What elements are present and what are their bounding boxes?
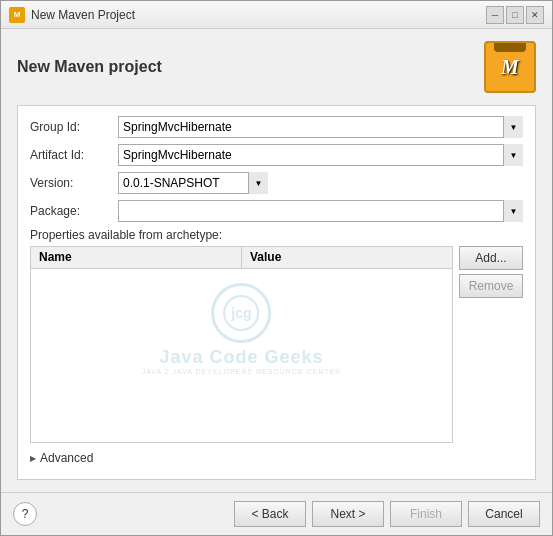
page-title-row: New Maven project M <box>17 41 536 93</box>
advanced-label: Advanced <box>40 451 93 465</box>
package-input[interactable] <box>118 200 523 222</box>
page-heading: New Maven project <box>17 58 162 76</box>
minimize-button[interactable]: ─ <box>486 6 504 24</box>
version-input[interactable] <box>118 172 268 194</box>
help-button[interactable]: ? <box>13 502 37 526</box>
advanced-section[interactable]: ▶ Advanced <box>30 443 523 469</box>
group-id-row: Group Id: ▼ <box>30 116 523 138</box>
group-id-input-wrapper: ▼ <box>118 116 523 138</box>
table-body: jcg Java Code Geeks Java 2 Java Develope… <box>31 269 452 389</box>
bottom-right: < Back Next > Finish Cancel <box>234 501 540 527</box>
version-row: Version: ▼ <box>30 172 523 194</box>
bottom-left: ? <box>13 502 37 526</box>
artifact-id-dropdown-arrow[interactable]: ▼ <box>503 144 523 166</box>
watermark: jcg Java Code Geeks Java 2 Java Develope… <box>142 283 342 375</box>
group-id-dropdown-arrow[interactable]: ▼ <box>503 116 523 138</box>
table-header-name: Name <box>31 247 242 268</box>
title-bar-controls: ─ □ ✕ <box>486 6 544 24</box>
watermark-logo: jcg <box>211 283 271 343</box>
restore-button[interactable]: □ <box>506 6 524 24</box>
package-dropdown-arrow[interactable]: ▼ <box>503 200 523 222</box>
properties-label: Properties available from archetype: <box>30 228 523 242</box>
artifact-id-label: Artifact Id: <box>30 148 118 162</box>
package-input-wrapper: ▼ <box>118 200 523 222</box>
maven-logo: M <box>484 41 536 93</box>
window-title: New Maven Project <box>31 8 135 22</box>
watermark-sub-text: Java 2 Java Developers Resource Center <box>142 368 342 375</box>
artifact-id-row: Artifact Id: ▼ <box>30 144 523 166</box>
artifact-id-input-wrapper: ▼ <box>118 144 523 166</box>
version-label: Version: <box>30 176 118 190</box>
close-button[interactable]: ✕ <box>526 6 544 24</box>
window-content: New Maven project M Group Id: ▼ Artifact… <box>1 29 552 492</box>
title-bar-left: M New Maven Project <box>9 7 135 23</box>
properties-table: Name Value jcg Java Code Geeks Java 2 Ja… <box>30 246 453 443</box>
properties-table-wrapper: Name Value jcg Java Code Geeks Java 2 Ja… <box>30 246 523 443</box>
version-dropdown-arrow[interactable]: ▼ <box>248 172 268 194</box>
table-buttons: Add... Remove <box>459 246 523 443</box>
cancel-button[interactable]: Cancel <box>468 501 540 527</box>
version-input-wrapper: ▼ <box>118 172 268 194</box>
package-row: Package: ▼ <box>30 200 523 222</box>
table-header: Name Value <box>31 247 452 269</box>
artifact-id-input[interactable] <box>118 144 523 166</box>
package-label: Package: <box>30 204 118 218</box>
bottom-bar: ? < Back Next > Finish Cancel <box>1 492 552 535</box>
group-id-input[interactable] <box>118 116 523 138</box>
title-bar: M New Maven Project ─ □ ✕ <box>1 1 552 29</box>
window-icon: M <box>9 7 25 23</box>
advanced-arrow-icon: ▶ <box>30 454 36 463</box>
finish-button[interactable]: Finish <box>390 501 462 527</box>
group-id-label: Group Id: <box>30 120 118 134</box>
window: M New Maven Project ─ □ ✕ New Maven proj… <box>0 0 553 536</box>
back-button[interactable]: < Back <box>234 501 306 527</box>
watermark-main-text: Java Code Geeks <box>159 347 323 368</box>
next-button[interactable]: Next > <box>312 501 384 527</box>
watermark-logo-inner: jcg <box>223 295 259 331</box>
remove-button[interactable]: Remove <box>459 274 523 298</box>
main-content-area: Group Id: ▼ Artifact Id: ▼ Version: <box>17 105 536 480</box>
add-button[interactable]: Add... <box>459 246 523 270</box>
table-header-value: Value <box>242 247 452 268</box>
